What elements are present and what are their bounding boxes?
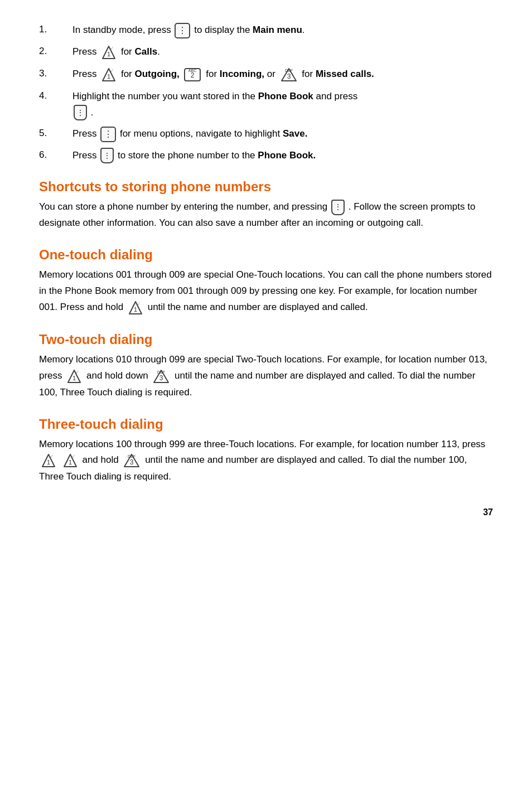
svg-text:DEF: DEF	[128, 454, 136, 458]
step-content-2: Press 1 –' for Calls.	[72, 44, 493, 61]
bold-phonebook-6: Phone Book.	[258, 150, 316, 161]
step4-lines: Highlight the number you want stored in …	[72, 89, 493, 121]
svg-text:1: 1	[69, 459, 72, 466]
bold-incoming: Incoming,	[220, 69, 264, 79]
three-touch-section: Three-touch dialing Memory locations 100…	[39, 417, 493, 486]
step-content-4: Highlight the number you want stored in …	[72, 89, 493, 121]
step-num-4: 4.	[39, 89, 72, 103]
menu-key-icon	[175, 23, 190, 38]
shortcuts-title: Shortcuts to storing phone numbers	[39, 179, 493, 195]
menu-key-icon-5	[100, 127, 116, 142]
page-number: 37	[39, 507, 493, 517]
svg-text:ABC: ABC	[188, 69, 196, 72]
one-touch-body: Memory locations 001 through 009 are spe…	[39, 267, 493, 316]
step4-line1: Highlight the number you want stored in …	[72, 89, 493, 104]
one-touch-section: One-touch dialing Memory locations 001 t…	[39, 247, 493, 316]
shortcuts-body: You can store a phone number by entering…	[39, 199, 493, 231]
bold-missed: Missed calls.	[316, 69, 374, 79]
bold-calls: Calls	[134, 46, 157, 57]
num2-key-icon: 2 ABC	[183, 66, 202, 83]
svg-text:1: 1	[72, 375, 76, 381]
svg-text:DEF: DEF	[285, 69, 293, 72]
step-1: 1. In standby mode, press to display the…	[39, 22, 493, 38]
step-6: 6. Press to store the phone number to th…	[39, 148, 493, 164]
three-touch-title: Three-touch dialing	[39, 417, 493, 432]
menu-key-small-icon-4	[74, 105, 87, 120]
step-content-1: In standby mode, press to display the Ma…	[72, 22, 493, 38]
step-num-3: 3.	[39, 66, 72, 81]
bold-save: Save.	[283, 128, 307, 139]
svg-text:–': –'	[137, 302, 139, 306]
svg-text:–': –'	[71, 454, 74, 458]
num3-key-three-touch: 3 DEF	[122, 452, 141, 469]
two-touch-body: Memory locations 010 through 099 are spe…	[39, 352, 493, 401]
shortcuts-section: Shortcuts to storing phone numbers You c…	[39, 179, 493, 231]
step-2: 2. Press 1 –' for Calls.	[39, 44, 493, 61]
step-4: 4. Highlight the number you want stored …	[39, 89, 493, 121]
svg-text:1: 1	[107, 73, 110, 80]
svg-text:1: 1	[47, 459, 50, 466]
svg-text:–': –'	[110, 69, 113, 72]
num1-key-icon: 1 –'	[100, 44, 117, 61]
svg-text:–': –'	[110, 46, 113, 50]
menu-key-small-shortcuts	[331, 200, 345, 215]
step-5: 5. Press for menu options, navigate to h…	[39, 126, 493, 142]
step-num-2: 2.	[39, 44, 72, 59]
bold-outgoing: Outgoing,	[134, 69, 179, 79]
svg-text:3: 3	[159, 374, 163, 382]
svg-text:–': –'	[76, 370, 79, 374]
step-num-1: 1.	[39, 22, 72, 37]
svg-text:2: 2	[191, 71, 195, 79]
bold-main-menu: Main menu	[253, 25, 302, 35]
step-content-6: Press to store the phone number to the P…	[72, 148, 493, 164]
num1-key-icon-2: 1 –'	[100, 66, 117, 83]
svg-text:DEF: DEF	[157, 370, 165, 374]
step-3: 3. Press 1 –' for Outgoing, 2 ABC for In…	[39, 66, 493, 83]
svg-text:3: 3	[287, 72, 291, 80]
svg-text:1: 1	[134, 306, 137, 313]
step-num-5: 5.	[39, 126, 72, 141]
num3-key-icon: 3 DEF	[279, 66, 298, 83]
num1-key-one-touch: 1 –'	[127, 299, 144, 316]
num1-key-two-touch: 1 –'	[66, 368, 83, 385]
one-touch-title: One-touch dialing	[39, 247, 493, 263]
num1-key-three-touch-b: 1 –'	[62, 452, 79, 469]
svg-text:–': –'	[50, 454, 52, 458]
num1-key-three-touch-a: 1 –'	[40, 452, 57, 469]
step4-icon-row: .	[72, 105, 493, 121]
num3-key-two-touch: 3 DEF	[152, 368, 171, 385]
menu-key-small-icon-6	[100, 148, 114, 163]
two-touch-title: Two-touch dialing	[39, 332, 493, 347]
step-content-3: Press 1 –' for Outgoing, 2 ABC for Incom…	[72, 66, 493, 83]
svg-text:1: 1	[107, 51, 110, 57]
bold-phonebook-4: Phone Book	[258, 91, 313, 101]
two-touch-section: Two-touch dialing Memory locations 010 t…	[39, 332, 493, 401]
svg-text:3: 3	[130, 458, 134, 466]
step-num-6: 6.	[39, 148, 72, 162]
step-content-5: Press for menu options, navigate to high…	[72, 126, 493, 142]
three-touch-body: Memory locations 100 through 999 are thr…	[39, 437, 493, 486]
